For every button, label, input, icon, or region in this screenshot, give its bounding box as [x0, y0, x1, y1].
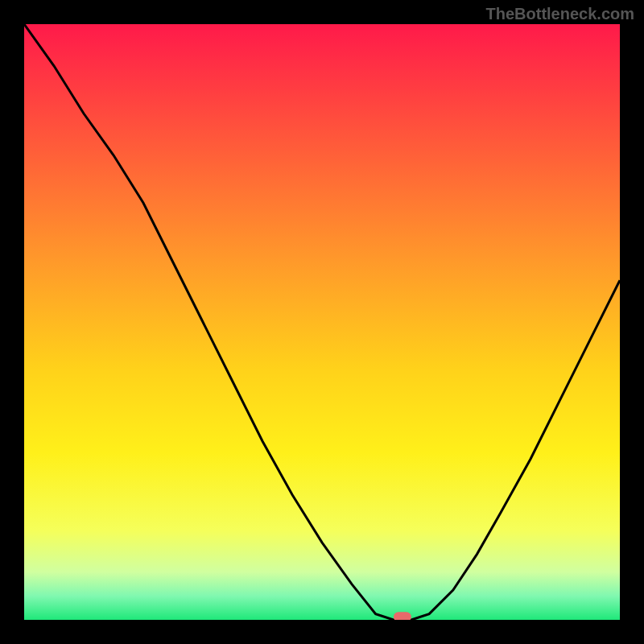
- gradient-background: [24, 24, 620, 620]
- watermark-text: TheBottleneck.com: [486, 5, 634, 23]
- chart-svg: [24, 24, 620, 620]
- optimal-marker: [394, 612, 411, 620]
- chart-container: TheBottleneck.com: [0, 0, 644, 644]
- plot-area: [24, 24, 620, 620]
